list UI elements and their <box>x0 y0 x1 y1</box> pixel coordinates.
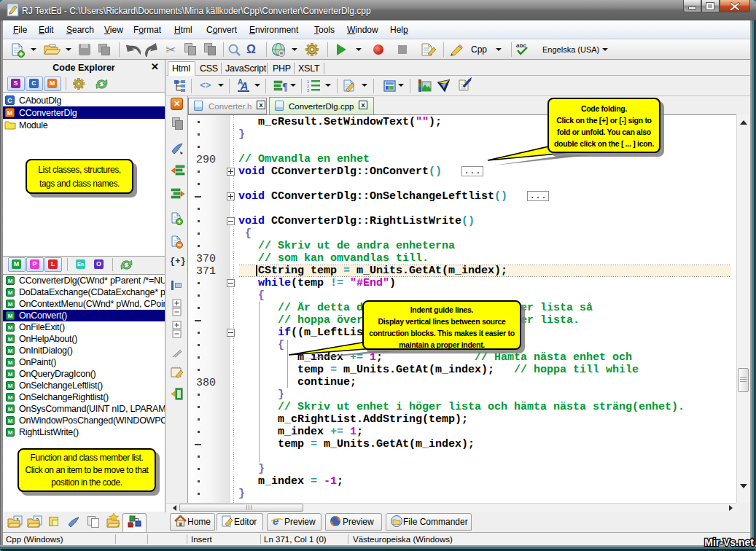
svg-text:Mir-Vs.net: Mir-Vs.net <box>704 536 754 548</box>
svg-text:¶: ¶ <box>282 82 288 93</box>
svg-text:3: 3 <box>307 88 309 92</box>
